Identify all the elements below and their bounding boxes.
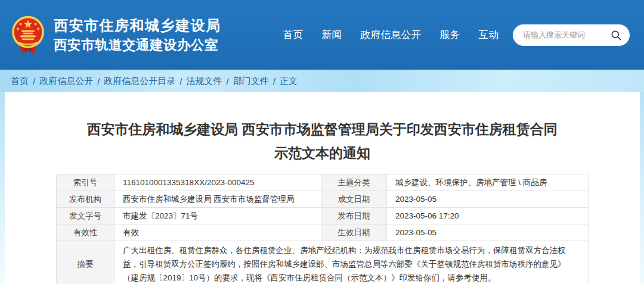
search-icon[interactable] [610,29,622,41]
breadcrumb-gov-info[interactable]: 政府信息公开 [39,76,93,87]
meta-value-issuing-agency: 西安市住房和城乡建设局 西安市市场监督管理局 [114,191,321,208]
nav-item-services[interactable]: 服务 [440,28,460,42]
site-header: 西安市住房和城乡建设局 西安市轨道交通建设办公室 首页 新闻 政府信息公开 服务… [0,0,644,70]
breadcrumb-gov-info-catalog[interactable]: 政府信息公开目录 [104,76,175,87]
meta-value-effective-date: 2023-05-05 [387,224,589,241]
main-nav: 首页 新闻 政府信息公开 服务 互动 [283,28,499,42]
table-row: 发文字号 市建发〔2023〕71号 发布日期 2023-05-06 17:20 [57,208,589,224]
table-row: 发布机构 西安市住房和城乡建设局 西安市市场监督管理局 成文日期 2023-05… [57,191,589,208]
meta-value-validity: 有效 [114,224,321,241]
meta-label-summary: 摘要 [57,241,114,284]
site-title: 西安市住房和城乡建设局 西安市轨道交通建设办公室 [54,15,221,54]
national-emblem-icon [11,15,45,58]
meta-value-written-date: 2023-05-05 [387,191,589,208]
meta-value-doc-number: 市建发〔2023〕71号 [114,208,321,224]
nav-item-interact[interactable]: 互动 [479,28,499,42]
content-card: 西安市住房和城乡建设局 西安市市场监督管理局关于印发西安市住房租赁合同 示范文本… [5,92,640,284]
nav-item-news[interactable]: 新闻 [322,28,342,42]
meta-value-summary: 广大出租住房、租赁住房群众，各住房租赁企业、房地产经纪机构：为规范我市住房租赁市… [114,241,589,284]
nav-item-home[interactable]: 首页 [283,28,304,42]
meta-label-topic-category: 主题分类 [321,174,387,191]
org-name-line2: 西安市轨道交通建设办公室 [54,36,221,54]
breadcrumb-current: 正文 [280,76,298,87]
breadcrumb: 首页 / 政府信息公开 / 政府信息公开目录 / 法规文件 / 部门文件 / 正… [0,70,644,92]
meta-value-index-number: 1161010001335318XX/2023-000425 [114,174,321,191]
table-row: 摘要 广大出租住房、租赁住房群众，各住房租赁企业、房地产经纪机构：为规范我市住房… [57,241,589,284]
meta-label-doc-number: 发文字号 [57,208,114,224]
meta-label-index-number: 索引号 [57,174,114,191]
org-name-line1: 西安市住房和城乡建设局 [54,15,221,36]
search-input[interactable] [523,30,610,39]
document-meta-table: 索引号 1161010001335318XX/2023-000425 主题分类 … [56,174,589,284]
meta-value-publish-date: 2023-05-06 17:20 [387,208,589,224]
breadcrumb-separator: / [33,76,35,86]
meta-label-issuing-agency: 发布机构 [57,191,114,208]
breadcrumb-regulations[interactable]: 法规文件 [187,76,222,87]
breadcrumb-separator: / [273,76,275,86]
meta-value-topic-category: 城乡建设、环境保护、房地产管理 \ 商品房 [387,174,589,191]
table-row: 有效性 有效 生效日期 2023-05-05 [57,224,589,241]
breadcrumb-separator: / [97,76,100,86]
breadcrumb-separator: / [179,76,182,86]
meta-label-publish-date: 发布日期 [321,208,387,224]
page-title-line1: 西安市住房和城乡建设局 西安市市场监督管理局关于印发西安市住房租赁合同 [5,117,640,141]
page-title: 西安市住房和城乡建设局 西安市市场监督管理局关于印发西安市住房租赁合同 示范文本… [5,92,640,165]
page-background: 西安市住房和城乡建设局 西安市市场监督管理局关于印发西安市住房租赁合同 示范文本… [0,92,644,284]
nav-item-gov-info[interactable]: 政府信息公开 [361,28,422,42]
table-row: 索引号 1161010001335318XX/2023-000425 主题分类 … [57,174,589,191]
breadcrumb-separator: / [227,76,229,86]
breadcrumb-home[interactable]: 首页 [11,76,29,87]
breadcrumb-dept-files[interactable]: 部门文件 [233,76,269,87]
search-box[interactable] [513,24,630,46]
meta-label-validity: 有效性 [57,224,114,241]
meta-label-written-date: 成文日期 [321,191,387,208]
meta-label-effective-date: 生效日期 [321,224,387,241]
page-title-line2: 示范文本的通知 [5,141,640,165]
